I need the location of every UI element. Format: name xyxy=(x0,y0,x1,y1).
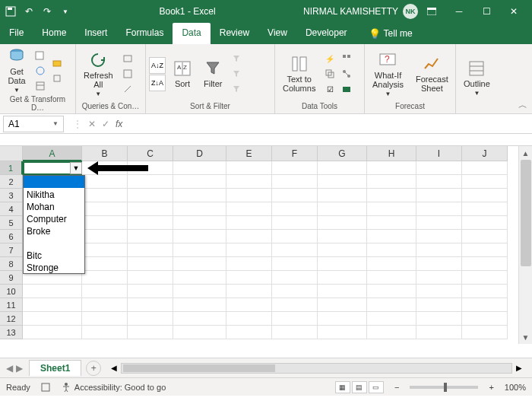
cell[interactable] xyxy=(272,216,318,230)
cell[interactable] xyxy=(272,161,318,175)
cell[interactable] xyxy=(416,189,462,202)
row-header-13[interactable]: 13 xyxy=(0,326,23,339)
undo-icon[interactable]: ↶ xyxy=(23,5,35,18)
cell[interactable] xyxy=(128,243,173,257)
tab-file[interactable]: File xyxy=(0,23,33,44)
tab-developer[interactable]: Developer xyxy=(296,23,356,44)
cell[interactable] xyxy=(226,175,272,189)
row-header-7[interactable]: 7 xyxy=(0,243,23,257)
recent-sources-icon[interactable] xyxy=(50,56,64,70)
data-validation-icon[interactable]: ☑ xyxy=(323,82,337,96)
redo-icon[interactable]: ↷ xyxy=(41,5,53,18)
cell[interactable] xyxy=(226,243,272,257)
cell[interactable] xyxy=(416,257,462,271)
cell[interactable] xyxy=(173,161,226,175)
from-table-icon[interactable] xyxy=(33,79,47,93)
horizontal-scrollbar[interactable] xyxy=(121,363,512,374)
list-item[interactable]: Bitc xyxy=(24,249,84,261)
cell[interactable] xyxy=(82,230,128,243)
cell[interactable] xyxy=(173,285,226,298)
cell[interactable] xyxy=(226,326,272,339)
page-break-view-button[interactable]: ▭ xyxy=(369,381,384,393)
column-header-J[interactable]: J xyxy=(462,146,508,161)
cell[interactable] xyxy=(226,230,272,243)
cell[interactable] xyxy=(318,271,367,285)
cell[interactable] xyxy=(272,326,318,339)
cell[interactable] xyxy=(226,271,272,285)
vertical-scrollbar[interactable]: ▲ ▼ xyxy=(518,146,532,344)
sort-az-button[interactable]: A↓Z xyxy=(149,57,166,74)
list-item[interactable]: Mohan xyxy=(24,200,84,212)
row-header-2[interactable]: 2 xyxy=(0,175,23,189)
cell[interactable] xyxy=(367,230,416,243)
cell[interactable] xyxy=(416,271,462,285)
cell[interactable] xyxy=(23,326,82,339)
tab-review[interactable]: Review xyxy=(211,23,258,44)
list-item[interactable] xyxy=(24,237,84,249)
cell[interactable] xyxy=(226,312,272,326)
cell[interactable] xyxy=(82,298,128,312)
cell[interactable] xyxy=(272,257,318,271)
cell[interactable] xyxy=(367,175,416,189)
tab-formulas[interactable]: Formulas xyxy=(116,23,173,44)
cell[interactable] xyxy=(82,271,128,285)
cell[interactable] xyxy=(128,175,173,189)
cell[interactable] xyxy=(462,285,508,298)
cell[interactable] xyxy=(128,271,173,285)
cell[interactable] xyxy=(82,257,128,271)
cell[interactable] xyxy=(318,161,367,175)
user-name[interactable]: NIRMAL KAMISHETTY xyxy=(303,6,398,17)
column-header-I[interactable]: I xyxy=(416,146,462,161)
row-header-12[interactable]: 12 xyxy=(0,312,23,326)
zoom-in-icon[interactable]: + xyxy=(489,383,493,392)
queries-connections-icon[interactable] xyxy=(121,52,135,65)
cell[interactable] xyxy=(367,243,416,257)
cell[interactable] xyxy=(367,326,416,339)
advanced-filter-icon[interactable] xyxy=(230,82,243,96)
tab-tellme[interactable]: 💡Tell me xyxy=(359,23,422,44)
data-validation-list[interactable]: Nikitha Mohan Computer Broke Bitc Strong… xyxy=(23,175,85,274)
accessibility-status[interactable]: Accessibility: Good to go xyxy=(61,382,166,393)
cell[interactable] xyxy=(173,312,226,326)
cell[interactable] xyxy=(416,175,462,189)
minimize-button[interactable]: ─ xyxy=(445,0,473,23)
zoom-out-icon[interactable]: − xyxy=(394,383,399,392)
sort-za-button[interactable]: Z↓A xyxy=(149,75,166,91)
from-text-icon[interactable] xyxy=(33,49,47,62)
column-header-A[interactable]: A xyxy=(23,146,82,161)
cell[interactable] xyxy=(23,298,82,312)
cell[interactable] xyxy=(23,312,82,326)
sheet-nav-prev-icon[interactable]: ◀ xyxy=(6,363,13,374)
cell[interactable] xyxy=(367,271,416,285)
cell[interactable] xyxy=(462,326,508,339)
row-header-8[interactable]: 8 xyxy=(0,257,23,271)
clear-filter-icon[interactable] xyxy=(230,52,243,65)
cell[interactable] xyxy=(173,230,226,243)
spreadsheet-grid[interactable]: A B C D E F G H I J 1 2 3 4 5 6 7Bitc 8S… xyxy=(0,146,532,358)
cell[interactable] xyxy=(318,243,367,257)
cell[interactable] xyxy=(226,216,272,230)
cell[interactable] xyxy=(128,285,173,298)
cell[interactable] xyxy=(226,189,272,202)
cell[interactable] xyxy=(416,243,462,257)
close-button[interactable]: ✕ xyxy=(500,0,527,23)
from-web-icon[interactable] xyxy=(33,64,47,78)
cell[interactable] xyxy=(82,175,128,189)
cell[interactable] xyxy=(82,243,128,257)
cell[interactable] xyxy=(226,298,272,312)
list-item[interactable] xyxy=(24,176,84,188)
cell[interactable] xyxy=(272,271,318,285)
cell[interactable] xyxy=(318,285,367,298)
cell[interactable] xyxy=(128,312,173,326)
column-header-B[interactable]: B xyxy=(82,146,128,161)
cell[interactable] xyxy=(416,202,462,216)
name-box[interactable]: A1 ▼ xyxy=(3,116,64,132)
add-sheet-button[interactable]: + xyxy=(86,361,101,376)
list-item[interactable]: Stronge xyxy=(24,261,84,273)
cell[interactable] xyxy=(272,243,318,257)
cell[interactable] xyxy=(462,189,508,202)
row-header-1[interactable]: 1 xyxy=(0,161,23,175)
sheet-tab-active[interactable]: Sheet1 xyxy=(29,360,81,376)
cell[interactable] xyxy=(173,326,226,339)
cell[interactable] xyxy=(82,285,128,298)
